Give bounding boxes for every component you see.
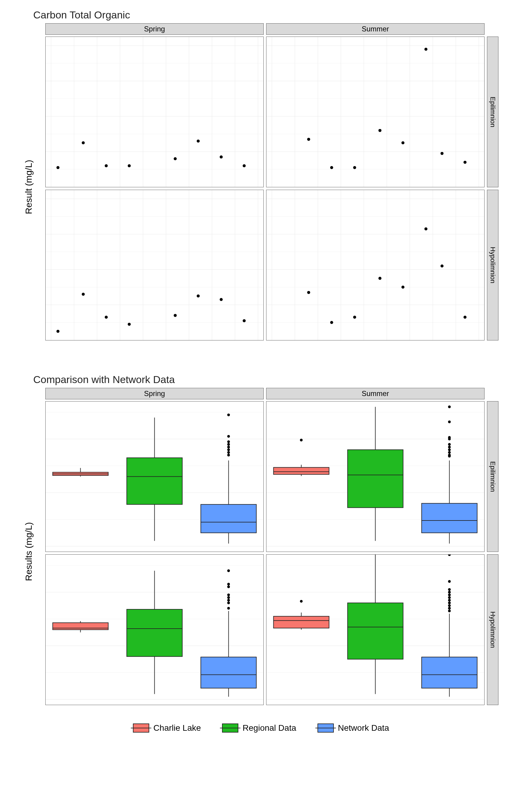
svg-point-51 bbox=[463, 161, 466, 164]
svg-rect-202 bbox=[422, 657, 477, 688]
svg-rect-193 bbox=[274, 616, 329, 628]
legend-swatch-network bbox=[318, 724, 334, 733]
svg-point-101 bbox=[424, 227, 427, 230]
svg-point-72 bbox=[105, 316, 108, 319]
svg-point-99 bbox=[379, 277, 382, 280]
svg-point-151 bbox=[448, 451, 451, 454]
legend-swatch-charlie bbox=[133, 724, 149, 733]
svg-rect-138 bbox=[274, 467, 329, 474]
svg-point-126 bbox=[227, 443, 230, 446]
svg-point-75 bbox=[197, 295, 200, 298]
svg-point-46 bbox=[353, 166, 356, 169]
box-panel-spring-hypo: 01020Carbon Total Organic bbox=[45, 554, 264, 705]
strip-row-epi: Epilimnion bbox=[487, 37, 498, 187]
scatter-ylab: Result (mg/L) bbox=[24, 160, 34, 214]
svg-point-209 bbox=[448, 596, 451, 599]
svg-point-23 bbox=[197, 140, 200, 143]
svg-point-211 bbox=[448, 591, 451, 594]
box-panel-summer-epi bbox=[266, 401, 484, 552]
box-panel-spring-epi: 01020 bbox=[45, 401, 264, 552]
box-title: Comparison with Network Data bbox=[33, 374, 510, 385]
svg-point-207 bbox=[448, 602, 451, 604]
svg-point-129 bbox=[227, 413, 230, 416]
svg-point-179 bbox=[227, 599, 230, 602]
svg-point-96 bbox=[307, 291, 310, 294]
scatter-title: Carbon Total Organic bbox=[33, 9, 510, 21]
svg-rect-147 bbox=[422, 503, 477, 533]
svg-point-182 bbox=[227, 585, 230, 588]
svg-point-48 bbox=[401, 141, 404, 144]
svg-point-213 bbox=[448, 580, 451, 583]
strip-row-hypo-2: Hypolimnion bbox=[487, 554, 498, 705]
svg-point-98 bbox=[353, 316, 356, 319]
svg-point-153 bbox=[448, 446, 451, 448]
svg-point-71 bbox=[82, 293, 85, 296]
svg-point-158 bbox=[448, 405, 451, 408]
svg-point-195 bbox=[300, 600, 303, 603]
svg-point-178 bbox=[227, 602, 230, 604]
svg-point-74 bbox=[174, 314, 177, 317]
svg-point-19 bbox=[82, 141, 85, 144]
legend-item-network: Network Data bbox=[318, 723, 389, 733]
svg-point-205 bbox=[448, 607, 451, 610]
legend-label-regional: Regional Data bbox=[243, 723, 296, 733]
strip-row-hypo: Hypolimnion bbox=[487, 190, 498, 341]
svg-point-212 bbox=[448, 588, 451, 591]
svg-point-150 bbox=[448, 454, 451, 456]
svg-point-140 bbox=[300, 439, 303, 441]
strip-col-spring: Spring bbox=[45, 23, 264, 35]
svg-rect-175 bbox=[201, 657, 257, 688]
svg-point-102 bbox=[440, 264, 443, 267]
svg-point-100 bbox=[401, 286, 404, 289]
svg-point-21 bbox=[128, 164, 131, 167]
strip-row-epi-2: Epilimnion bbox=[487, 401, 498, 552]
svg-point-76 bbox=[220, 298, 223, 301]
svg-point-77 bbox=[243, 319, 246, 322]
strip-col-summer: Summer bbox=[266, 23, 484, 35]
svg-point-123 bbox=[227, 451, 230, 454]
svg-point-97 bbox=[330, 321, 333, 324]
svg-point-45 bbox=[330, 166, 333, 169]
svg-point-157 bbox=[448, 421, 451, 423]
svg-point-20 bbox=[105, 164, 108, 167]
svg-point-122 bbox=[227, 454, 230, 456]
svg-point-180 bbox=[227, 596, 230, 599]
scatter-panel-summer-epi bbox=[266, 37, 484, 187]
svg-point-70 bbox=[57, 330, 60, 333]
svg-point-208 bbox=[448, 599, 451, 602]
svg-point-124 bbox=[227, 448, 230, 451]
svg-point-128 bbox=[227, 435, 230, 438]
scatter-panel-spring-hypo: 1416182020162017201820192020202120222023… bbox=[45, 190, 264, 341]
scatter-panel-spring-epi: 14161820 bbox=[45, 37, 264, 187]
legend: Charlie Lake Regional Data Network Data bbox=[12, 723, 510, 733]
legend-label-charlie: Charlie Lake bbox=[154, 723, 201, 733]
svg-point-181 bbox=[227, 594, 230, 596]
svg-point-44 bbox=[307, 138, 310, 141]
scatter-facet-grid: Spring Summer 14161820 Epilimnion 141618… bbox=[45, 23, 498, 341]
svg-point-22 bbox=[174, 157, 177, 160]
svg-point-154 bbox=[448, 443, 451, 446]
svg-point-18 bbox=[57, 166, 60, 169]
svg-point-127 bbox=[227, 441, 230, 443]
box-facet-grid: Spring Summer 01020 Epilimnion 01020Carb… bbox=[45, 388, 498, 705]
box-panel-summer-hypo: Carbon Total Organic bbox=[266, 554, 484, 705]
svg-point-156 bbox=[448, 436, 451, 439]
svg-rect-198 bbox=[348, 603, 403, 659]
svg-point-184 bbox=[227, 569, 230, 572]
svg-point-24 bbox=[220, 156, 223, 159]
svg-point-177 bbox=[227, 607, 230, 610]
svg-rect-143 bbox=[348, 450, 403, 508]
svg-point-183 bbox=[227, 583, 230, 585]
svg-point-103 bbox=[463, 316, 466, 319]
svg-point-25 bbox=[243, 164, 246, 167]
strip-col-spring-2: Spring bbox=[45, 388, 264, 399]
svg-point-204 bbox=[448, 610, 451, 612]
svg-point-47 bbox=[379, 129, 382, 132]
svg-point-214 bbox=[448, 555, 451, 556]
svg-point-210 bbox=[448, 594, 451, 596]
svg-point-152 bbox=[448, 448, 451, 451]
legend-swatch-regional bbox=[222, 724, 238, 733]
legend-item-regional: Regional Data bbox=[222, 723, 296, 733]
box-ylab: Results (mg/L) bbox=[24, 522, 34, 581]
legend-item-charlie: Charlie Lake bbox=[133, 723, 201, 733]
